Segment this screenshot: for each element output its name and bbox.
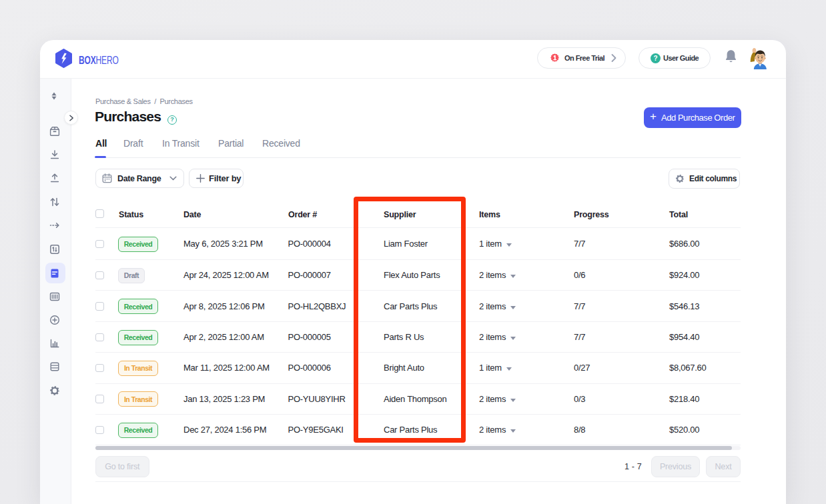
svg-text:?: ? <box>653 55 657 62</box>
